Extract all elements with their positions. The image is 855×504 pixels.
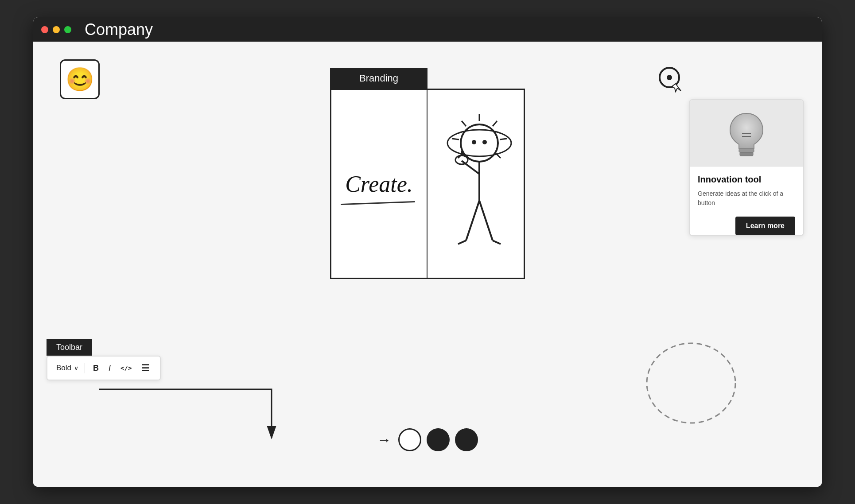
svg-rect-25 — [740, 152, 753, 156]
code-button[interactable]: </> — [119, 364, 133, 372]
lightbulb-svg — [727, 109, 766, 158]
toolbar-strip: Bold ∨ B I </> ☰ — [47, 356, 161, 380]
svg-line-9 — [452, 139, 459, 140]
smiley-emoji: 😊 — [66, 66, 94, 93]
innovation-card: Innovation tool Generate ideas at the cl… — [689, 99, 804, 236]
svg-point-13 — [455, 155, 468, 164]
svg-point-3 — [482, 140, 487, 144]
browser-content: 😊 Branding Create. — [33, 42, 822, 487]
branding-card: Create. — [330, 89, 525, 279]
dot-step-3[interactable] — [455, 428, 478, 451]
svg-point-1 — [447, 130, 511, 156]
dashed-circle-br — [645, 339, 738, 429]
svg-line-5 — [493, 121, 497, 126]
toolbar-label: Toolbar — [47, 339, 92, 356]
font-style-dropdown[interactable]: Bold ∨ — [56, 364, 78, 372]
branding-right — [428, 90, 524, 278]
dot-step-1[interactable] — [398, 428, 421, 451]
maximize-button[interactable] — [64, 26, 71, 33]
svg-line-15 — [466, 201, 479, 240]
svg-rect-24 — [739, 149, 754, 152]
learn-more-button[interactable]: Learn more — [735, 217, 795, 235]
svg-line-8 — [462, 121, 466, 126]
svg-marker-21 — [672, 84, 681, 92]
cursor-icon — [658, 66, 684, 97]
stick-figure-svg — [439, 103, 519, 271]
dot-step-2[interactable] — [427, 428, 450, 451]
list-button[interactable]: ☰ — [140, 362, 151, 374]
svg-line-18 — [493, 240, 501, 244]
branding-container: Branding Create. — [330, 68, 525, 279]
toolbar-separator — [85, 363, 85, 373]
italic-button[interactable]: I — [107, 363, 113, 374]
branding-left: Create. — [331, 90, 428, 278]
arrow-line-svg — [99, 385, 351, 456]
branding-label: Branding — [330, 68, 428, 89]
svg-line-6 — [500, 139, 507, 140]
innovation-title: Innovation tool — [698, 174, 795, 185]
innovation-description: Generate ideas at the click of a button — [698, 189, 795, 208]
browser-window: Company 😊 Branding Create. — [33, 17, 822, 487]
toolbar-container: Toolbar Bold ∨ B I </> ☰ — [47, 339, 161, 380]
svg-point-2 — [472, 140, 476, 144]
progress-dots: → — [377, 428, 478, 451]
create-text: Create. — [345, 171, 413, 197]
chevron-down-icon: ∨ — [74, 364, 78, 372]
smiley-icon-box: 😊 — [60, 59, 100, 99]
innovation-image-area — [690, 100, 803, 167]
innovation-body: Innovation tool Generate ideas at the cl… — [690, 167, 803, 225]
svg-point-20 — [667, 75, 672, 80]
svg-point-26 — [647, 343, 735, 423]
cursor-svg — [658, 66, 684, 93]
progress-arrow: → — [377, 432, 391, 448]
font-style-label: Bold — [56, 364, 71, 372]
bold-button[interactable]: B — [91, 363, 101, 374]
svg-line-12 — [462, 161, 479, 174]
titlebar: Company — [33, 17, 822, 42]
close-button[interactable] — [41, 26, 48, 33]
dashed-circle-svg — [645, 339, 738, 427]
browser-title: Company — [85, 20, 153, 39]
minimize-button[interactable] — [53, 26, 60, 33]
svg-line-16 — [479, 201, 493, 240]
svg-line-17 — [458, 240, 466, 244]
